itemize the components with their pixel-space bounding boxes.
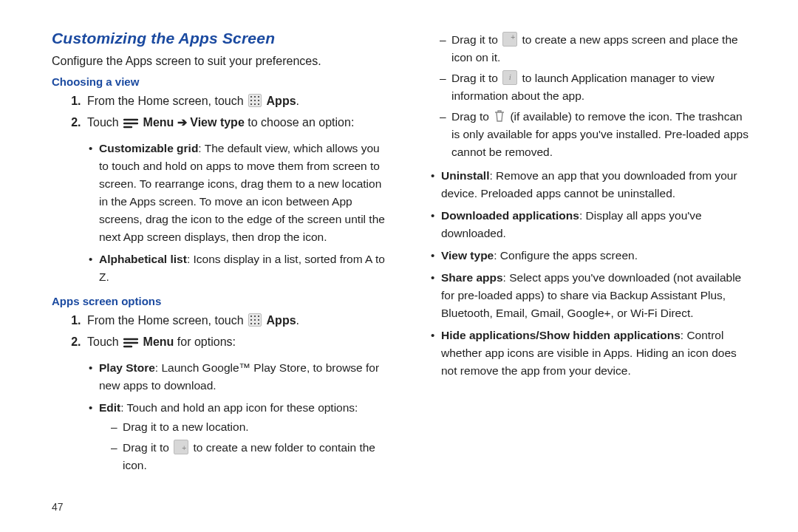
- bullet-alphabetical-list: Alphabetical list: Icons display in a li…: [89, 250, 388, 286]
- text: From the Home screen, touch: [87, 95, 247, 107]
- options-bullets-left: Play Store: Launch Google™ Play Store, t…: [52, 359, 388, 479]
- edit-drag-new-screen: Drag it to to create a new apps screen a…: [440, 31, 754, 66]
- label: Share apps: [441, 271, 503, 284]
- text: Drag it to: [451, 33, 501, 46]
- create-folder-icon: [174, 440, 188, 454]
- text: : Touch and hold an app icon for these o…: [120, 401, 358, 414]
- bullet-play-store: Play Store: Launch Google™ Play Store, t…: [89, 359, 388, 395]
- choosing-step-2: Touch Menu ➔ View type to choose an opti…: [84, 114, 388, 132]
- trash-icon: [494, 109, 505, 123]
- label: Uninstall: [441, 169, 489, 182]
- page-number: 47: [52, 501, 64, 513]
- period: .: [296, 314, 299, 327]
- label: Downloaded applications: [441, 209, 579, 222]
- bullet-customizable-grid: Customizable grid: The default view, whi…: [89, 140, 388, 246]
- period: .: [296, 95, 299, 107]
- menu-label: Menu: [143, 335, 174, 348]
- bullet-edit: Edit: Touch and hold an app icon for the…: [89, 399, 388, 474]
- text: to choose an option:: [245, 116, 355, 129]
- text: From the Home screen, touch: [87, 314, 247, 327]
- text: Drag it to: [123, 441, 172, 454]
- text: Drag to: [451, 110, 492, 123]
- apps-label: Apps: [267, 314, 296, 327]
- bullet-uninstall: Uninstall: Remove an app that you downlo…: [431, 167, 754, 202]
- menu-view-type-label: Menu ➔ View type: [143, 116, 245, 129]
- menu-icon: [123, 118, 138, 129]
- create-page-icon: [502, 32, 517, 47]
- menu-icon: [123, 338, 138, 348]
- choosing-step-1: From the Home screen, touch Apps.: [84, 92, 388, 111]
- edit-drag-new-location: Drag it to a new location.: [111, 418, 388, 436]
- label: Customizable grid: [99, 142, 198, 154]
- text: for options:: [174, 335, 236, 348]
- options-steps: From the Home screen, touch Apps. Touch …: [52, 312, 388, 355]
- text: : Configure the apps screen.: [494, 249, 638, 262]
- options-step-2: Touch Menu for options:: [84, 333, 388, 352]
- subhead-apps-options: Apps screen options: [52, 295, 388, 307]
- label: Alphabetical list: [99, 253, 187, 265]
- app-info-icon: [502, 70, 517, 85]
- text: Touch: [87, 335, 122, 348]
- right-column: Drag it to to create a new apps screen a…: [417, 30, 754, 510]
- manual-page: Customizing the Apps Screen Configure th…: [0, 0, 798, 532]
- edit-drag-new-folder: Drag it to to create a new folder to con…: [111, 439, 388, 474]
- options-bullets-right: Uninstall: Remove an app that you downlo…: [417, 167, 754, 384]
- bullet-hide-apps: Hide applications/Show hidden applicatio…: [431, 327, 754, 380]
- label: Edit: [99, 401, 120, 414]
- bullet-share-apps: Share apps: Select apps you've downloade…: [431, 269, 754, 322]
- edit-sublist-left: Drag it to a new location. Drag it to to…: [99, 418, 388, 474]
- options-step-1: From the Home screen, touch Apps.: [84, 312, 388, 330]
- apps-grid-icon: [248, 94, 262, 107]
- label: Play Store: [99, 361, 155, 374]
- bullet-view-type: View type: Configure the apps screen.: [431, 247, 754, 265]
- label: View type: [441, 249, 494, 262]
- choosing-bullets: Customizable grid: The default view, whi…: [52, 140, 388, 290]
- text: Drag it to: [451, 72, 501, 84]
- bullet-downloaded-apps: Downloaded applications: Display all app…: [431, 207, 754, 242]
- edit-sublist-right: Drag it to to create a new apps screen a…: [417, 31, 754, 164]
- text: Touch: [87, 116, 122, 129]
- text: : The default view, which allows you to …: [99, 142, 385, 243]
- edit-drag-app-info: Drag it to to launch Application manager…: [440, 69, 754, 105]
- subhead-choosing-view: Choosing a view: [52, 75, 388, 88]
- choosing-steps: From the Home screen, touch Apps. Touch …: [52, 92, 388, 135]
- intro-text: Configure the Apps screen to suit your p…: [52, 53, 388, 69]
- apps-label: Apps: [267, 95, 296, 107]
- apps-grid-icon: [248, 313, 262, 327]
- label: Hide applications/Show hidden applicatio…: [441, 329, 681, 341]
- left-column: Customizing the Apps Screen Configure th…: [52, 30, 388, 510]
- edit-drag-remove: Drag to (if available) to remove the ico…: [440, 108, 754, 161]
- section-title: Customizing the Apps Screen: [52, 30, 388, 47]
